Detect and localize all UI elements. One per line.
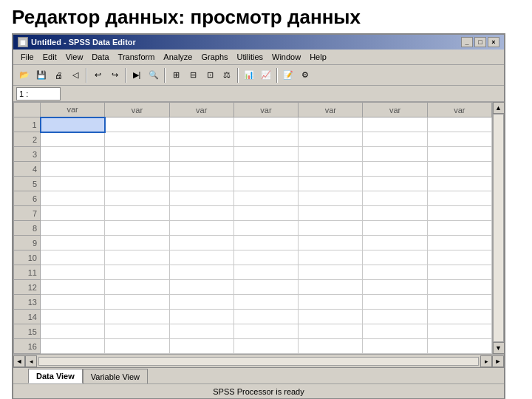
goto-button[interactable]: ▶| [129,67,145,83]
save-button[interactable]: 💾 [33,67,50,83]
data-cell[interactable] [41,162,105,177]
chart-button[interactable]: 📊 [241,67,257,83]
open-button[interactable]: 📂 [16,67,33,83]
menu-graphs[interactable]: Graphs [197,51,232,63]
data-cell[interactable] [169,206,233,221]
data-cell[interactable] [363,310,427,324]
data-cell[interactable] [363,117,427,132]
data-cell[interactable] [169,250,233,265]
data-cell[interactable] [233,162,298,177]
data-cell[interactable] [41,324,105,339]
data-cell[interactable] [41,339,105,354]
maximize-button[interactable]: □ [474,37,486,47]
data-cell[interactable] [427,324,491,339]
data-cell[interactable] [299,117,363,132]
data-cell[interactable] [363,132,427,147]
data-cell[interactable] [105,191,169,206]
data-cell[interactable] [41,295,105,310]
data-cell[interactable] [427,162,491,177]
scroll-up-button[interactable]: ▲ [493,102,505,114]
data-cell[interactable] [233,324,298,339]
data-cell[interactable] [363,324,427,339]
data-cell[interactable] [363,206,427,221]
data-cell[interactable] [169,295,233,310]
data-cell[interactable] [169,177,233,191]
data-cell[interactable] [299,265,363,280]
data-cell[interactable] [41,221,105,236]
data-cell[interactable] [41,117,105,132]
data-cell[interactable] [233,132,298,147]
data-cell[interactable] [105,250,169,265]
scroll-track-v[interactable] [493,114,504,342]
data-cell[interactable] [41,280,105,295]
data-cell[interactable] [169,339,233,354]
data-cell[interactable] [169,162,233,177]
data-cell[interactable] [169,280,233,295]
data-cell[interactable] [427,265,491,280]
data-cell[interactable] [299,132,363,147]
data-cell[interactable] [169,324,233,339]
data-cell[interactable] [233,191,298,206]
data-cell[interactable] [427,236,491,250]
data-cell[interactable] [363,250,427,265]
close-button[interactable]: × [488,37,499,47]
scroll-right-small[interactable]: ▸ [480,355,492,367]
data-cell[interactable] [427,310,491,324]
data-cell[interactable] [169,236,233,250]
menu-window[interactable]: Window [267,51,305,63]
data-cell[interactable] [105,132,169,147]
data-cell[interactable] [105,236,169,250]
data-cell[interactable] [105,117,169,132]
data-cell[interactable] [363,177,427,191]
data-cell[interactable] [41,265,105,280]
data-cell[interactable] [233,295,298,310]
undo-button[interactable]: ↩ [89,67,106,83]
data-cell[interactable] [299,177,363,191]
data-cell[interactable] [233,250,298,265]
data-cell[interactable] [299,236,363,250]
data-cell[interactable] [299,324,363,339]
data-cell[interactable] [363,147,427,162]
data-cell[interactable] [299,221,363,236]
data-cell[interactable] [169,221,233,236]
data-cell[interactable] [233,265,298,280]
data-cell[interactable] [105,221,169,236]
data-cell[interactable] [427,191,491,206]
data-cell[interactable] [363,191,427,206]
data-cell[interactable] [105,339,169,354]
data-cell[interactable] [299,280,363,295]
data-cell[interactable] [233,177,298,191]
data-cell[interactable] [233,310,298,324]
data-cell[interactable] [427,339,491,354]
insert-case-button[interactable]: ⊟ [185,67,201,83]
scroll-track-h[interactable] [38,357,479,366]
print-button[interactable]: 🖨 [50,67,66,83]
data-cell[interactable] [427,250,491,265]
data-cell[interactable] [105,162,169,177]
data-cell[interactable] [41,206,105,221]
menu-help[interactable]: Help [305,51,331,63]
data-cell[interactable] [299,310,363,324]
data-cell[interactable] [427,177,491,191]
data-cell[interactable] [363,236,427,250]
scroll-left-small[interactable]: ◂ [25,355,37,367]
scroll-right-button[interactable]: ► [492,355,504,367]
data-cell[interactable] [233,280,298,295]
data-cell[interactable] [427,206,491,221]
data-cell[interactable] [41,147,105,162]
data-cell[interactable] [105,177,169,191]
insert-var-button[interactable]: ⊞ [168,67,184,83]
scroll-left-button[interactable]: ◄ [13,355,25,367]
data-cell[interactable] [299,295,363,310]
data-cell[interactable] [105,324,169,339]
data-cell[interactable] [363,280,427,295]
menu-analyze[interactable]: Analyze [159,51,197,63]
cell-ref-input[interactable] [16,87,61,100]
title-bar-controls[interactable]: _ □ × [461,37,499,47]
scroll-down-button[interactable]: ▼ [493,342,505,354]
data-cell[interactable] [363,162,427,177]
stats-button[interactable]: 📈 [258,67,274,83]
data-cell[interactable] [363,221,427,236]
menu-edit[interactable]: Edit [38,51,61,63]
data-cell[interactable] [169,310,233,324]
